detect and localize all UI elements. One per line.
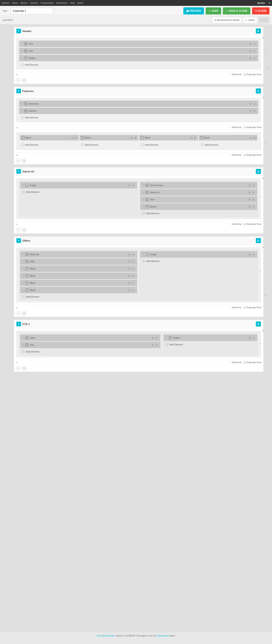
dh-bc1[interactable]: ⠿ (166, 337, 167, 339)
element-image-about[interactable]: ⠿ 🖼 Image ⚙ ⊡ (20, 182, 137, 188)
bo1-settings[interactable]: ⚙ (128, 267, 131, 270)
add-btn-cta1-left[interactable]: + (22, 350, 25, 353)
blurb-3-gear[interactable]: ⚙ (193, 136, 196, 139)
section-about-close[interactable]: ✕ (16, 169, 21, 174)
element-text-2[interactable]: ⠿ T Text ⚙ ⊡ (19, 48, 258, 54)
collapse-icon[interactable]: ▲ (16, 73, 18, 76)
row-about-gear[interactable]: ⚙ (262, 177, 264, 180)
bo1-copy[interactable]: ⊡ (132, 267, 135, 270)
drag-handle[interactable]: ⠿ (22, 43, 23, 45)
drag-handle-service[interactable]: ⠿ (22, 110, 23, 112)
collapse-features-1[interactable]: ▲ (16, 126, 18, 128)
add-el-blurb-2[interactable]: +Add Element (79, 142, 139, 148)
menu-item-components[interactable]: Components (41, 2, 54, 4)
el-settings-icon[interactable]: ⚙ (249, 42, 252, 45)
gtk-copy[interactable]: ⊡ (252, 184, 255, 187)
dup-row-features-2[interactable]: ❑Duplicate Row (243, 154, 261, 156)
el-copy-awesome[interactable]: ⊡ (253, 102, 256, 105)
blurb-1-copy[interactable]: ⊡ (71, 136, 74, 139)
element-hello[interactable]: ⠿ T Hello ⚙ ⊡ (20, 335, 160, 341)
copy-section-btn-offers[interactable]: ⊡ (22, 311, 27, 316)
menu-item-content[interactable]: Content (30, 2, 38, 4)
au-settings[interactable]: ⚙ (248, 191, 251, 194)
drag-handle-btn[interactable]: ⠿ (22, 57, 23, 59)
blurb-1-gear[interactable]: ⚙ (74, 136, 77, 139)
collapse-about[interactable]: ▲ (16, 223, 18, 225)
add-row-btn-header[interactable]: + Add Row (230, 73, 241, 76)
gtk-settings[interactable]: ⚙ (248, 184, 251, 187)
dup-row-about[interactable]: ❑Duplicate Row (243, 222, 261, 226)
collapse-features-2[interactable]: ▲ (16, 154, 18, 156)
save-button[interactable]: ✓ SAVE (206, 7, 221, 14)
element-blurb-offers-2[interactable]: ⠿ ◉ Blurb ⚙ ⊡ (20, 273, 137, 279)
add-btn-b4[interactable]: + (201, 143, 204, 146)
collapse-cta1[interactable]: ▲ (16, 361, 18, 364)
bc1-settings[interactable]: ⚙ (248, 336, 251, 339)
dh-offer[interactable]: ⠿ (23, 260, 24, 263)
el-settings-icon-2[interactable]: ⚙ (249, 50, 252, 52)
element-whatwe[interactable]: ⠿ T What We ⚙ ⊡ (20, 251, 137, 258)
row-cta1-gear[interactable]: ⚙ (262, 329, 264, 332)
drag-handle-awesome[interactable]: ⠿ (22, 103, 23, 105)
element-image-offers[interactable]: ⠿ 🖼 Image ⚙ ⊡ (140, 251, 257, 258)
section-cta1-gear[interactable]: ⚙ (256, 322, 261, 326)
section-features-close[interactable]: ✕ (16, 89, 21, 93)
row-offers-gear[interactable]: ⚙ (262, 246, 264, 249)
bc1-copy[interactable]: ⊡ (252, 336, 255, 339)
dh-ww[interactable]: ⠿ (23, 253, 24, 256)
add-row-about[interactable]: +Add Row (230, 222, 241, 226)
el-settings-service[interactable]: ⚙ (249, 110, 252, 112)
element-text-about[interactable]: ⠿ T Text ⚙ ⊡ (140, 196, 257, 203)
blurb-1[interactable]: ◉ Blurb ⊡ ⚙ (20, 135, 79, 140)
add-row-offers[interactable]: +Add Row (230, 306, 241, 309)
section-header-close[interactable]: ✕ (16, 29, 21, 33)
menu-item-users[interactable]: Users (12, 2, 18, 4)
footer-themexpert-link[interactable]: ThemeXpert (157, 634, 169, 637)
cta1-col-right-plus[interactable]: + (260, 342, 261, 345)
copy-section-btn-cta1[interactable]: ⊡ (22, 366, 27, 370)
dup-row-features-1[interactable]: ❑Duplicate Row (243, 126, 261, 129)
add-el-about-left[interactable]: + Add Element (20, 189, 137, 195)
section-features-gear[interactable]: ⚙ (256, 88, 261, 94)
section-offers-close[interactable]: ✕ (16, 238, 21, 243)
bo2-settings[interactable]: ⚙ (128, 274, 131, 277)
menu-item-help[interactable]: Help (70, 2, 75, 4)
ta-settings[interactable]: ⚙ (248, 198, 251, 201)
add-el-about-right[interactable]: + Add Element (140, 210, 257, 216)
hello-settings[interactable]: ⚙ (151, 336, 154, 339)
blurb-3[interactable]: ◉ Blurb ⊡ ⚙ (139, 135, 198, 140)
element-text-cta1[interactable]: ⠿ T Text ⚙ ⊡ (20, 342, 160, 348)
dup-row-btn-header[interactable]: ❑ Duplicate Row (243, 73, 261, 76)
close-button[interactable]: ✕ CLOSE (252, 7, 269, 14)
blurb-4-gear[interactable]: ⚙ (253, 136, 256, 139)
footer-brand-link[interactable]: The Quick Builder (96, 634, 115, 637)
add-btn-b1[interactable]: + (21, 143, 24, 146)
tc1-copy[interactable]: ⊡ (155, 344, 158, 346)
row-features-gear[interactable]: ⚙ (262, 96, 264, 99)
add-el-blurb-3[interactable]: +Add Element (139, 142, 198, 148)
save-close-button[interactable]: ✓ SAVE & CLOSE (223, 7, 250, 14)
copy-section-btn-about[interactable]: ⊡ (22, 228, 27, 232)
collapse-offers[interactable]: ▲ (16, 306, 18, 309)
add-btn-about-right[interactable]: + (142, 212, 145, 215)
menu-item-extensions[interactable]: Extensions (56, 2, 67, 4)
window-close[interactable]: X (269, 2, 270, 4)
dh-tc1[interactable]: ⠿ (23, 344, 24, 346)
side-plus-features[interactable]: + (265, 107, 267, 110)
menu-item-system[interactable]: System (2, 2, 10, 4)
copy-section-btn-header[interactable]: ⊡ (22, 78, 27, 82)
col-right-plus[interactable]: + (260, 195, 261, 198)
add-btn-offers-right[interactable]: + (142, 260, 145, 263)
add-section-btn-header[interactable]: + (16, 78, 21, 82)
dh-imgof[interactable]: ⠿ (143, 253, 144, 256)
blurb-3-copy[interactable]: ⊡ (190, 136, 193, 139)
add-section-btn-offers[interactable]: + (16, 311, 21, 316)
add-element-plus[interactable]: + (21, 63, 24, 66)
element-button-about[interactable]: ⠿ ▬ Button ⚙ ⊡ (140, 204, 257, 210)
blurb-4-copy[interactable]: ⊡ (249, 136, 252, 139)
dup-row-cta1[interactable]: ❑Duplicate Row (243, 361, 261, 364)
el-copy-icon-2[interactable]: ⊡ (253, 50, 256, 52)
add-el-plus-features[interactable]: + (21, 116, 24, 119)
offers-col-right-plus[interactable]: + (260, 270, 261, 273)
bo3-settings[interactable]: ⚙ (128, 282, 131, 284)
